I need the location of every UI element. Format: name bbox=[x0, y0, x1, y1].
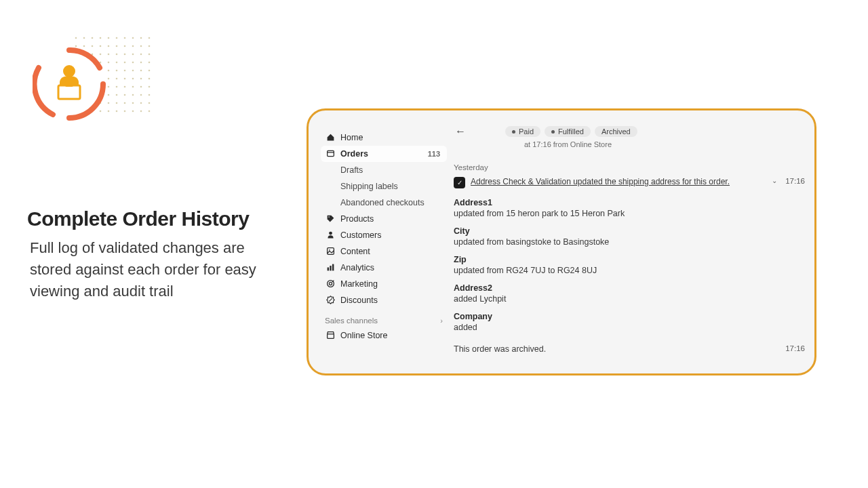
change-field-label: Company bbox=[454, 312, 805, 321]
analytics-icon bbox=[325, 263, 336, 273]
svg-point-49 bbox=[149, 70, 151, 72]
sidebar-item-analytics[interactable]: Analytics bbox=[321, 260, 447, 276]
change-field-desc: added Lychpit bbox=[454, 294, 805, 304]
change-field-label: Zip bbox=[454, 255, 805, 264]
order-source-line: at 17:16 from Online Store bbox=[524, 140, 805, 148]
marketing-icon bbox=[325, 279, 336, 289]
svg-point-101 bbox=[63, 65, 75, 77]
back-button[interactable]: ← bbox=[455, 125, 467, 138]
svg-point-1 bbox=[83, 37, 85, 39]
sidebar-item-label: Analytics bbox=[340, 263, 443, 272]
timeline-entry[interactable]: ✓ Address Check & Validation updated the… bbox=[454, 177, 805, 188]
chevron-down-icon[interactable]: ⌄ bbox=[772, 177, 777, 184]
svg-point-6 bbox=[124, 37, 126, 39]
discount-icon bbox=[325, 296, 336, 306]
change-field-label: Address2 bbox=[454, 283, 805, 293]
change-field: Address2 added Lychpit bbox=[454, 283, 805, 304]
svg-point-38 bbox=[140, 62, 142, 64]
status-pills: Paid Fulfilled Archived bbox=[505, 126, 637, 137]
svg-point-2 bbox=[92, 37, 94, 39]
order-detail: ← Paid Fulfilled Archived at 17:16 from … bbox=[454, 125, 805, 364]
sidebar-item-discounts[interactable]: Discounts bbox=[321, 292, 447, 308]
svg-point-86 bbox=[124, 102, 126, 104]
home-icon bbox=[325, 133, 336, 143]
svg-point-37 bbox=[132, 62, 134, 64]
svg-point-4 bbox=[108, 37, 110, 39]
svg-point-95 bbox=[116, 110, 118, 113]
svg-rect-109 bbox=[327, 267, 328, 270]
sidebar-subitem-abandoned-checkouts[interactable]: Abandoned checkouts bbox=[321, 195, 447, 211]
svg-point-105 bbox=[328, 216, 330, 218]
app-frame: Home Orders 113 Drafts Shipping labels A… bbox=[307, 108, 816, 375]
svg-point-12 bbox=[92, 45, 94, 47]
svg-point-34 bbox=[108, 62, 110, 64]
change-field: City updated from basingstoke to Basings… bbox=[454, 226, 805, 247]
svg-point-46 bbox=[124, 70, 126, 72]
svg-point-16 bbox=[124, 45, 126, 47]
logo-icon bbox=[33, 47, 106, 121]
sidebar-item-home[interactable]: Home bbox=[321, 129, 447, 146]
status-label: Fulfilled bbox=[558, 127, 584, 136]
orders-icon bbox=[325, 149, 336, 159]
svg-point-18 bbox=[140, 45, 142, 47]
svg-point-17 bbox=[132, 45, 134, 47]
sidebar-subitem-shipping-labels[interactable]: Shipping labels bbox=[321, 178, 447, 195]
svg-point-14 bbox=[108, 45, 110, 47]
sidebar-item-label: Marketing bbox=[340, 279, 443, 289]
sidebar-section-sales-channels: Sales channels › bbox=[321, 317, 447, 325]
svg-point-97 bbox=[132, 110, 134, 113]
svg-point-36 bbox=[124, 62, 126, 64]
tag-icon bbox=[325, 214, 336, 224]
svg-point-24 bbox=[108, 54, 110, 56]
svg-point-85 bbox=[116, 102, 118, 104]
person-icon bbox=[325, 230, 336, 241]
svg-point-87 bbox=[132, 102, 134, 104]
svg-point-69 bbox=[149, 86, 151, 88]
svg-point-59 bbox=[149, 78, 151, 80]
dot-icon bbox=[512, 130, 515, 134]
svg-point-11 bbox=[83, 45, 85, 47]
archived-text: This order was archived. bbox=[454, 344, 546, 354]
svg-rect-111 bbox=[332, 264, 333, 270]
svg-point-25 bbox=[116, 54, 118, 56]
orders-count-badge: 113 bbox=[428, 150, 443, 158]
store-icon bbox=[325, 331, 336, 341]
svg-point-98 bbox=[140, 110, 142, 113]
svg-point-5 bbox=[116, 37, 118, 39]
content-icon bbox=[325, 247, 336, 257]
svg-point-89 bbox=[149, 102, 151, 104]
svg-point-77 bbox=[132, 94, 134, 96]
svg-point-113 bbox=[329, 282, 332, 285]
svg-point-15 bbox=[116, 45, 118, 47]
svg-point-3 bbox=[100, 37, 102, 39]
change-list: Address1 updated from 15 heron park to 1… bbox=[454, 198, 805, 332]
svg-point-0 bbox=[75, 37, 77, 39]
timeline-entry-archived: This order was archived. 17:16 bbox=[454, 344, 805, 354]
sidebar-item-marketing[interactable]: Marketing bbox=[321, 276, 447, 292]
timeline-day-label: Yesterday bbox=[454, 163, 805, 171]
sidebar-item-online-store[interactable]: Online Store bbox=[321, 327, 447, 344]
svg-point-99 bbox=[149, 110, 151, 113]
svg-point-74 bbox=[108, 94, 110, 96]
sidebar-item-products[interactable]: Products bbox=[321, 211, 447, 227]
dot-icon bbox=[551, 130, 555, 134]
svg-point-27 bbox=[132, 54, 134, 56]
sidebar-item-customers[interactable]: Customers bbox=[321, 227, 447, 243]
svg-point-64 bbox=[108, 86, 110, 88]
svg-point-65 bbox=[116, 86, 118, 88]
svg-point-76 bbox=[124, 94, 126, 96]
change-field-desc: updated from RG24 7UJ to RG24 8UJ bbox=[454, 266, 805, 275]
sidebar-item-orders[interactable]: Orders 113 bbox=[321, 146, 447, 162]
svg-point-19 bbox=[149, 45, 151, 47]
logo-area bbox=[33, 42, 127, 123]
sidebar: Home Orders 113 Drafts Shipping labels A… bbox=[321, 129, 447, 344]
chevron-right-icon[interactable]: › bbox=[440, 317, 443, 325]
sidebar-item-content[interactable]: Content bbox=[321, 243, 447, 260]
sidebar-subitem-drafts[interactable]: Drafts bbox=[321, 162, 447, 178]
change-field-desc: updated from basingstoke to Basingstoke bbox=[454, 237, 805, 247]
svg-rect-104 bbox=[327, 150, 334, 156]
timeline-entry-text: Address Check & Validation updated the s… bbox=[471, 177, 769, 186]
svg-point-66 bbox=[124, 86, 126, 88]
status-label: Archived bbox=[601, 127, 631, 136]
sidebar-item-label: Products bbox=[340, 214, 443, 224]
